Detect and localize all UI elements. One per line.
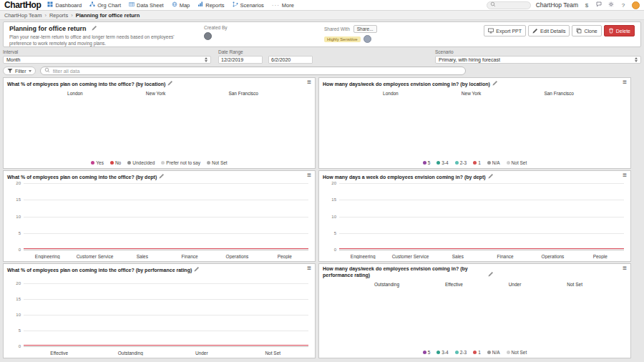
- chat-icon[interactable]: [595, 1, 602, 9]
- breadcrumb-reports[interactable]: Reports: [49, 12, 68, 19]
- help-icon[interactable]: ?: [620, 2, 627, 9]
- x-axis-label: Finance: [482, 254, 529, 259]
- nav-org-chart[interactable]: Org Chart: [89, 1, 121, 9]
- legend-item[interactable]: 1: [473, 160, 481, 165]
- edit-chart-icon[interactable]: [167, 80, 173, 88]
- edit-title-icon[interactable]: [92, 25, 97, 32]
- legend-item[interactable]: Not Set: [507, 350, 527, 355]
- breadcrumb-current: Planning for office return: [76, 12, 140, 19]
- nav-data-sheet[interactable]: Data Sheet: [129, 1, 164, 9]
- nav-scenarios[interactable]: Scenarios: [233, 1, 264, 9]
- nav-label: More: [282, 2, 294, 9]
- clone-button[interactable]: Clone: [572, 25, 601, 36]
- date-start-input[interactable]: [218, 56, 263, 64]
- legend-item[interactable]: Prefer not to say: [161, 160, 200, 165]
- y-axis-tick: 15: [321, 197, 336, 202]
- column-header: London: [67, 91, 83, 96]
- y-axis-tick: 5: [5, 328, 21, 333]
- breadcrumb-team[interactable]: ChartHop Team: [4, 12, 42, 19]
- plot-area: 05101520: [24, 283, 308, 346]
- charthop-logo[interactable]: ChartHop: [4, 0, 41, 11]
- report-controls: Interval Month Date Range Scenario Prima…: [3, 49, 641, 64]
- legend-item[interactable]: 5: [423, 350, 431, 355]
- export-ppt-button[interactable]: Export PPT: [484, 25, 526, 36]
- chart-menu-icon[interactable]: ≡: [623, 172, 627, 179]
- date-range-label: Date Range: [218, 49, 313, 54]
- gridline: [339, 200, 624, 200]
- legend-item[interactable]: Not Set: [507, 160, 527, 165]
- nav-dashboard[interactable]: Dashboard: [47, 1, 82, 9]
- legend-item[interactable]: Not Set: [207, 160, 228, 165]
- legend-item[interactable]: 3-4: [436, 160, 448, 165]
- legend-dot-icon: [436, 351, 440, 354]
- legend-item[interactable]: 2-3: [455, 350, 467, 355]
- x-axis-label: Finance: [166, 254, 213, 259]
- scenario-select[interactable]: Primary, with hiring forecast: [435, 56, 641, 64]
- legend-item[interactable]: 1: [473, 350, 481, 355]
- legend-item[interactable]: Yes: [91, 160, 104, 165]
- billing-icon[interactable]: $: [583, 2, 590, 9]
- legend-item[interactable]: Undecided: [127, 160, 155, 165]
- legend-item[interactable]: N/A: [487, 350, 500, 355]
- report-header-card: Planning for office return Plan your nea…: [3, 21, 641, 47]
- legend-item[interactable]: 5: [423, 160, 431, 165]
- filter-search-input[interactable]: [53, 69, 462, 74]
- nav-map[interactable]: Map: [172, 1, 190, 9]
- nav-label: Reports: [205, 2, 224, 9]
- chart-menu-icon[interactable]: ≡: [623, 79, 627, 86]
- chart-menu-icon[interactable]: ≡: [307, 265, 311, 272]
- chart-menu-icon[interactable]: ≡: [307, 79, 311, 86]
- legend-item[interactable]: N/A: [487, 160, 500, 165]
- user-avatar[interactable]: [632, 1, 640, 9]
- nav-label: Scenarios: [240, 2, 264, 9]
- report-description: Plan your near-term return to office and…: [9, 34, 177, 47]
- search-icon: [44, 67, 50, 74]
- edit-details-button[interactable]: Edit Details: [528, 25, 570, 36]
- edit-chart-icon[interactable]: [488, 173, 494, 181]
- edit-chart-icon[interactable]: [488, 271, 494, 279]
- legend-item[interactable]: 2-3: [455, 160, 467, 165]
- global-search-input[interactable]: [487, 1, 531, 9]
- chart-legend: 53-42-31N/ANot Set: [319, 160, 630, 165]
- nav-more[interactable]: ··· More: [272, 2, 294, 9]
- legend-dot-icon: [473, 351, 477, 354]
- created-by-avatar: [204, 32, 212, 40]
- shared-with-label: Shared With: [324, 26, 350, 31]
- chart-panel-days-by-dept: How many days a week do employees envisi…: [318, 170, 631, 262]
- funnel-icon: [7, 68, 13, 74]
- x-axis-labels: EngineeringCustomer ServiceSalesFinanceO…: [339, 254, 624, 259]
- legend-item[interactable]: 3-4: [436, 350, 448, 355]
- share-button[interactable]: Share...: [353, 25, 377, 33]
- nav-label: Map: [180, 2, 190, 9]
- gridline: [24, 299, 308, 300]
- nav-reports[interactable]: Reports: [197, 1, 224, 9]
- select-caret-icon: [205, 57, 208, 62]
- edit-chart-icon[interactable]: [194, 266, 200, 274]
- scenarios-icon: [233, 1, 238, 9]
- x-axis-label: Not Set: [238, 351, 309, 356]
- chart-menu-icon[interactable]: ≡: [307, 172, 311, 179]
- clone-icon: [576, 28, 582, 34]
- y-axis-tick: 10: [5, 313, 21, 317]
- edit-chart-icon[interactable]: [159, 173, 165, 181]
- reports-icon: [197, 1, 203, 9]
- data-sheet-icon: [129, 1, 135, 9]
- select-caret-icon: [635, 57, 638, 62]
- y-axis-tick: 10: [321, 215, 336, 219]
- settings-icon[interactable]: [608, 1, 615, 9]
- x-axis-labels: EffectiveOutstandingUnderNot Set: [24, 351, 308, 356]
- edit-chart-icon[interactable]: [492, 80, 498, 88]
- column-headers: LondonNew YorkSan Francisco: [351, 91, 605, 96]
- export-ppt-label: Export PPT: [496, 29, 522, 34]
- legend-item[interactable]: No: [110, 160, 121, 165]
- legend-dot-icon: [487, 351, 491, 354]
- delete-button[interactable]: Delete: [604, 25, 635, 36]
- series-line: [24, 345, 308, 346]
- chart-menu-icon[interactable]: ≡: [623, 265, 627, 272]
- interval-select[interactable]: Month: [3, 56, 211, 64]
- y-axis-tick: 10: [5, 215, 21, 219]
- y-axis-tick: 20: [5, 281, 21, 285]
- team-name[interactable]: ChartHop Team: [536, 1, 578, 9]
- date-end-input[interactable]: [268, 56, 313, 64]
- filter-button[interactable]: Filter: [3, 67, 36, 75]
